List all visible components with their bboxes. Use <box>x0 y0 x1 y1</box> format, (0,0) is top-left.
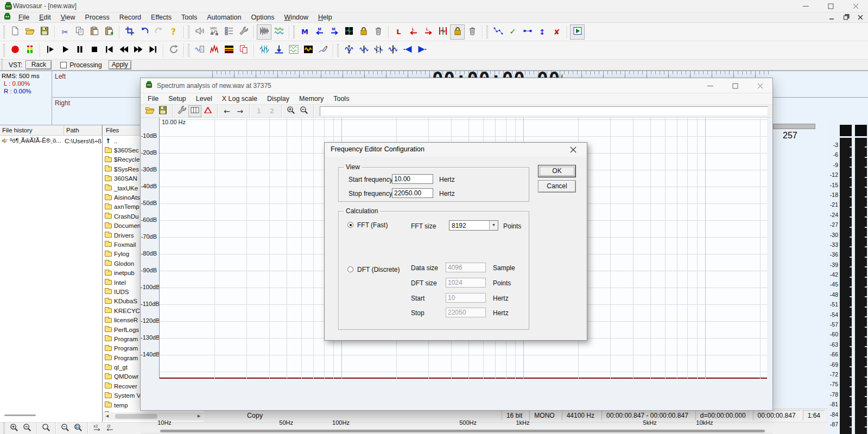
spectrum-hscrollbar-thumb[interactable] <box>160 430 765 432</box>
scroll-right-icon[interactable]: ▶ <box>195 413 202 420</box>
crop-button[interactable] <box>122 24 137 40</box>
marker-delete-button[interactable] <box>371 24 385 40</box>
spectrum-menu-display[interactable]: Display <box>262 94 294 104</box>
memory-1-button[interactable]: 1 <box>252 105 265 117</box>
selection-view-button[interactable] <box>301 43 315 58</box>
draw-mode-button[interactable] <box>315 43 330 58</box>
peak-hold-button[interactable] <box>201 105 214 117</box>
loop-playback-button[interactable] <box>166 43 181 58</box>
clip-indicator-left[interactable] <box>840 125 852 136</box>
dft-size-input[interactable] <box>446 278 486 288</box>
menu-record[interactable]: Record <box>115 12 146 23</box>
cut-button[interactable]: ✂ <box>58 24 72 40</box>
toolbar-grip[interactable] <box>337 44 339 57</box>
ok-button[interactable]: OK <box>538 165 576 177</box>
zoom-in-button[interactable] <box>8 423 21 434</box>
wave-markers-view-button[interactable] <box>257 43 271 58</box>
dft-radio[interactable] <box>347 266 353 272</box>
cancel-button[interactable]: Cancel <box>538 180 576 193</box>
vst-rack-button[interactable]: Rack <box>26 60 52 69</box>
spectrum-titlebar[interactable]: Spectrum analysis of new.wav at 37375 <box>141 78 772 93</box>
dialog-titlebar[interactable]: Frequency Editor Configuration <box>325 143 587 157</box>
spectrum-minimize-button[interactable] <box>698 78 723 93</box>
app-minimize-button[interactable] <box>793 0 818 12</box>
sonogram-view-button[interactable] <box>221 43 236 58</box>
options-wrench-button[interactable] <box>175 105 188 117</box>
open-button[interactable] <box>143 105 156 117</box>
rewind-button[interactable] <box>116 43 131 58</box>
marker-prev-button[interactable]: M <box>312 24 327 40</box>
loop-prev-button[interactable]: L <box>406 24 421 40</box>
toolbar-grip[interactable] <box>293 25 295 39</box>
toolbar-grip[interactable] <box>486 25 488 39</box>
menu-effects[interactable]: Effects <box>146 12 176 23</box>
spectrum-close-button[interactable] <box>747 78 772 93</box>
app-close-button[interactable] <box>843 0 868 12</box>
wave-display-alt-button[interactable] <box>271 24 286 40</box>
toolbar-grip[interactable] <box>188 25 189 39</box>
menu-process[interactable]: Process <box>80 12 115 23</box>
copy-to-new-button[interactable] <box>192 43 207 58</box>
menu-automation[interactable]: Automation <box>202 12 246 23</box>
paste-insert-button[interactable] <box>102 24 116 40</box>
expand-selection-button[interactable] <box>371 43 385 58</box>
spectrum-view-button[interactable] <box>207 43 221 58</box>
loop-selection-button[interactable] <box>435 24 450 40</box>
loop-delete-button[interactable] <box>465 24 479 40</box>
zoom-selection-button[interactable] <box>59 423 72 434</box>
save-button[interactable] <box>156 105 169 117</box>
open-button[interactable] <box>22 24 37 40</box>
marker-next-button[interactable]: M <box>327 24 341 40</box>
redo-button[interactable] <box>151 24 166 40</box>
dialog-close-button[interactable] <box>567 145 580 155</box>
dft-start-input[interactable] <box>446 293 486 303</box>
arrow-right-button[interactable]: → <box>233 105 246 117</box>
play-button[interactable] <box>58 43 72 58</box>
envelope-draw-button[interactable] <box>491 24 505 40</box>
menu-window[interactable]: Window <box>280 12 313 23</box>
loop-point-button[interactable]: L <box>391 24 406 40</box>
shrink-selection-button[interactable] <box>356 43 371 58</box>
menu-tools[interactable]: Tools <box>176 12 202 23</box>
toolbar-grip[interactable] <box>188 44 189 57</box>
vst-apply-button[interactable]: Apply <box>109 60 131 69</box>
display-bands-button[interactable] <box>188 105 201 117</box>
stop-frequency-input[interactable] <box>392 188 433 198</box>
stop-button[interactable] <box>87 43 102 58</box>
fft-size-combo[interactable]: 8192 ▼ <box>449 220 498 231</box>
spectrum-menu-tools[interactable]: Tools <box>328 94 354 104</box>
marker-button[interactable]: M <box>297 24 312 40</box>
spectrum-hscrollbar[interactable] <box>159 429 767 433</box>
hscrollbar-fragment[interactable] <box>773 124 815 129</box>
go-start-button[interactable] <box>102 43 116 58</box>
app-maximize-button[interactable] <box>818 0 843 12</box>
pause-button[interactable] <box>72 43 87 58</box>
doc-restore-button[interactable] <box>842 13 851 21</box>
menu-help[interactable]: Help <box>313 12 337 23</box>
start-frequency-input[interactable] <box>392 174 433 184</box>
options-wrench-button[interactable] <box>236 24 251 40</box>
menu-edit[interactable]: Edit <box>34 12 56 23</box>
midi-config-button[interactable]: MIDI <box>207 24 221 40</box>
spectrum-maximize-button[interactable] <box>723 78 747 93</box>
undo-button[interactable] <box>137 24 151 40</box>
new-button[interactable] <box>8 24 22 40</box>
menu-file[interactable]: File <box>14 12 34 23</box>
loop-next-button[interactable]: L <box>421 24 435 40</box>
doc-close-button[interactable] <box>856 13 865 21</box>
zoom-x2-button[interactable]: x2 <box>91 423 104 434</box>
vst-processing-checkbox[interactable] <box>60 62 67 68</box>
chevron-down-icon[interactable]: ▼ <box>489 221 498 230</box>
zoom-half-button[interactable]: /2 <box>104 423 117 434</box>
files-scrollbar[interactable]: ◀ ▶ <box>103 412 203 420</box>
scroll-left-icon[interactable]: ◀ <box>104 413 111 420</box>
level-meter-button[interactable] <box>22 43 37 58</box>
zoom-in-button[interactable] <box>284 105 297 117</box>
fade-in-button[interactable] <box>400 43 415 58</box>
record-button[interactable] <box>8 43 22 58</box>
menu-view[interactable]: View <box>56 12 80 23</box>
zoom-all-button[interactable] <box>72 423 85 434</box>
doc-minimize-button[interactable] <box>828 13 837 21</box>
spectrum-menu-memory[interactable]: Memory <box>294 94 328 104</box>
batch-list-button[interactable] <box>221 24 236 40</box>
